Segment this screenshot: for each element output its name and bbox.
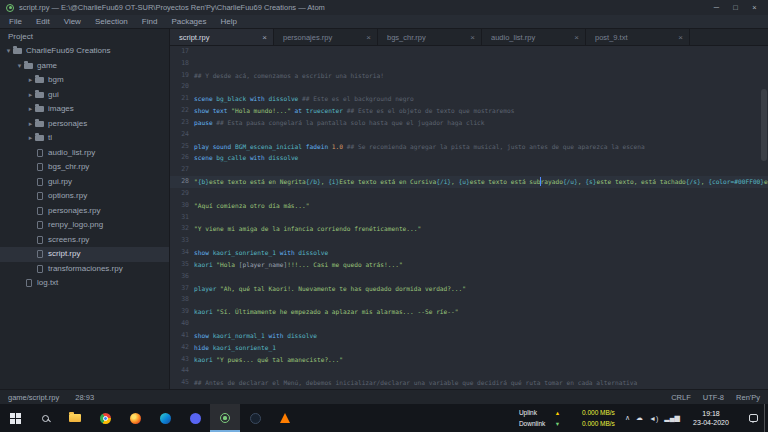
code-line-37[interactable]: 37player "Ah, qué tal Kaori!. Nuevamente… — [170, 283, 768, 295]
menu-view[interactable]: View — [57, 15, 88, 29]
tab-bgs_chr.rpy[interactable]: bgs_chr.rpy× — [378, 29, 482, 45]
code-line-35[interactable]: 35kaori "Hola [player_name]!!!... Casi m… — [170, 259, 768, 271]
tree-item-tl[interactable]: ▸tl — [0, 131, 169, 146]
code-area[interactable]: 171819## Y desde acá, comenzamos a escri… — [170, 46, 768, 389]
maximize-button[interactable]: □ — [726, 0, 745, 15]
code-line-32[interactable]: 32"Y viene mi amiga de la infancia corri… — [170, 223, 768, 235]
cloud-icon[interactable]: ☁ — [636, 414, 643, 422]
tree-item-personajes[interactable]: ▸personajes — [0, 117, 169, 132]
chevron-down-icon[interactable]: ▾ — [15, 59, 24, 74]
tree-item-personajes.rpy[interactable]: personajes.rpy — [0, 204, 169, 219]
code-line-30[interactable]: 30"Aquí comienza otro día más..." — [170, 200, 768, 212]
network-icon[interactable]: ▂▄▆ — [664, 414, 680, 422]
code-line-39[interactable]: 39kaori "Sí. Últimamente he empezado a a… — [170, 306, 768, 318]
tab-close-icon[interactable]: × — [366, 33, 371, 42]
code-line-31[interactable]: 31 — [170, 212, 768, 224]
chevron-right-icon[interactable]: ▸ — [26, 88, 35, 103]
titlebar: script.rpy — E:\@CharlieFuu69 OT-SUR\Pro… — [0, 0, 768, 15]
code-line-28[interactable]: 28"{b}este texto está en Negrita{/b}, {i… — [170, 176, 768, 188]
project-panel-header: Project — [0, 29, 169, 44]
vlc-taskbar-button[interactable] — [270, 404, 300, 432]
close-button[interactable]: × — [745, 0, 764, 15]
code-line-21[interactable]: 21scene bg_black with dissolve ## Este e… — [170, 93, 768, 105]
editor-scrollbar[interactable] — [761, 89, 767, 161]
code-line-45[interactable]: 45## Antes de declarar el Menú, debemos … — [170, 377, 768, 389]
code-line-38[interactable]: 38 — [170, 294, 768, 306]
tree-item-gui.rpy[interactable]: gui.rpy — [0, 175, 169, 190]
chevron-right-icon[interactable]: ▸ — [26, 117, 35, 132]
code-line-19[interactable]: 19## Y desde acá, comenzamos a escribir … — [170, 70, 768, 82]
action-center-button[interactable] — [742, 404, 764, 432]
code-line-18[interactable]: 18 — [170, 58, 768, 70]
line-ending-indicator[interactable]: CRLF — [671, 393, 691, 402]
search-taskbar-button[interactable] — [30, 404, 60, 432]
tree-item-audio_list.rpy[interactable]: audio_list.rpy — [0, 146, 169, 161]
cursor-position[interactable]: 28:93 — [75, 393, 94, 402]
tab-close-icon[interactable]: × — [262, 33, 267, 42]
menu-edit[interactable]: Edit — [29, 15, 57, 29]
code-line-44[interactable]: 44 — [170, 365, 768, 377]
discord-taskbar-button[interactable] — [180, 404, 210, 432]
menu-packages[interactable]: Packages — [164, 15, 213, 29]
network-monitor-widget[interactable]: Uplink ▲ 0.000 MB/s Downlink ▼ 0.000 MB/… — [519, 404, 615, 432]
tab-close-icon[interactable]: × — [574, 33, 579, 42]
tab-audio_list.rpy[interactable]: audio_list.rpy× — [482, 29, 586, 45]
chevron-right-icon[interactable]: ▸ — [26, 102, 35, 117]
file-explorer-taskbar-button[interactable] — [60, 404, 90, 432]
code-line-26[interactable]: 26scene bg_calle with dissolve — [170, 152, 768, 164]
edge-taskbar-button[interactable] — [150, 404, 180, 432]
menu-find[interactable]: Find — [135, 15, 165, 29]
tree-item-log.txt[interactable]: log.txt — [0, 276, 169, 291]
code-line-33[interactable]: 33 — [170, 235, 768, 247]
menu-help[interactable]: Help — [214, 15, 244, 29]
code-line-27[interactable]: 27 — [170, 164, 768, 176]
tree-item-screens.rpy[interactable]: screens.rpy — [0, 233, 169, 248]
start-taskbar-button[interactable] — [0, 404, 30, 432]
code-line-17[interactable]: 17 — [170, 46, 768, 58]
tab-script.rpy[interactable]: script.rpy× — [170, 29, 274, 45]
tab-post_9.txt[interactable]: post_9.txt× — [586, 29, 690, 45]
tree-item-gui[interactable]: ▸gui — [0, 88, 169, 103]
volume-icon[interactable]: ◄) — [649, 415, 658, 422]
code-line-43[interactable]: 43kaori "Y pues... qué tal amaneciste?..… — [170, 354, 768, 366]
code-line-40[interactable]: 40 — [170, 318, 768, 330]
taskbar-clock[interactable]: 19:18 23-04-2020 — [688, 404, 734, 432]
code-line-25[interactable]: 25play sound BGM_escena_inicial fadein 1… — [170, 141, 768, 153]
tree-item-images[interactable]: ▸images — [0, 102, 169, 117]
tab-close-icon[interactable]: × — [678, 33, 683, 42]
code-line-22[interactable]: 22show text "Hola mundo!..." at truecent… — [170, 105, 768, 117]
tab-personajes.rpy[interactable]: personajes.rpy× — [274, 29, 378, 45]
tree-item-bgm[interactable]: ▸bgm — [0, 73, 169, 88]
menu-selection[interactable]: Selection — [88, 15, 135, 29]
code-line-41[interactable]: 41show kaori_normal_1 with dissolve — [170, 330, 768, 342]
tree-item-transformaciones.rpy[interactable]: transformaciones.rpy — [0, 262, 169, 277]
steam-taskbar-button[interactable] — [240, 404, 270, 432]
encoding-indicator[interactable]: UTF-8 — [703, 393, 724, 402]
code-line-24[interactable]: 24 — [170, 129, 768, 141]
tree-item-script.rpy[interactable]: script.rpy — [0, 247, 169, 262]
chevron-right-icon[interactable]: ▸ — [26, 73, 35, 88]
tree-item-game[interactable]: ▾game — [0, 59, 169, 74]
code-line-29[interactable]: 29 — [170, 188, 768, 200]
code-line-34[interactable]: 34show kaori_sonriente_1 with dissolve — [170, 247, 768, 259]
chevron-right-icon[interactable]: ▸ — [26, 131, 35, 146]
show-desktop-button[interactable] — [764, 404, 768, 432]
chevron-down-icon[interactable]: ▾ — [4, 44, 13, 59]
grammar-indicator[interactable]: Ren'Py — [736, 393, 760, 402]
firefox-taskbar-button[interactable] — [120, 404, 150, 432]
minimize-button[interactable]: ─ — [707, 0, 726, 15]
code-line-23[interactable]: 23pause ## Esta pausa congelará la panta… — [170, 117, 768, 129]
hidden-icons-chevron[interactable]: ∧ — [625, 414, 630, 422]
tree-item-renpy_logo.png[interactable]: renpy_logo.png — [0, 218, 169, 233]
tree-item-bgs_chr.rpy[interactable]: bgs_chr.rpy — [0, 160, 169, 175]
tree-item-CharlieFuu69 Creations[interactable]: ▾CharlieFuu69 Creations — [0, 44, 169, 59]
menu-file[interactable]: File — [2, 15, 29, 29]
code-line-36[interactable]: 36 — [170, 271, 768, 283]
chrome-taskbar-button[interactable] — [90, 404, 120, 432]
code-line-20[interactable]: 20 — [170, 81, 768, 93]
file-path[interactable]: game/script.rpy — [8, 393, 59, 402]
atom-taskbar-button[interactable] — [210, 404, 240, 432]
tab-close-icon[interactable]: × — [470, 33, 475, 42]
tree-item-options.rpy[interactable]: options.rpy — [0, 189, 169, 204]
code-line-42[interactable]: 42hide kaori_sonriente_1 — [170, 342, 768, 354]
